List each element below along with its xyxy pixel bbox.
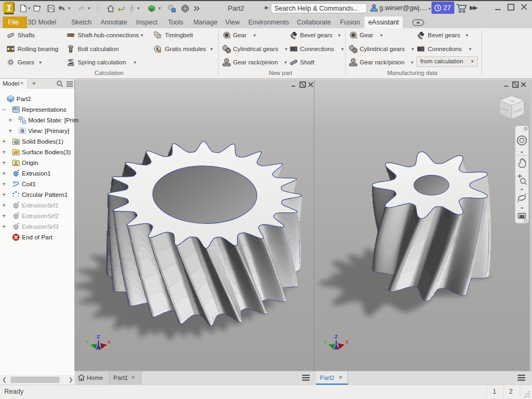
svg-text:Z: Z: [335, 334, 338, 339]
svg-text:Y: Y: [86, 339, 89, 345]
svg-text:Y: Y: [323, 339, 327, 345]
svg-text:X: X: [107, 339, 111, 345]
svg-text:Z: Z: [97, 334, 100, 339]
svg-text:X: X: [345, 339, 348, 345]
